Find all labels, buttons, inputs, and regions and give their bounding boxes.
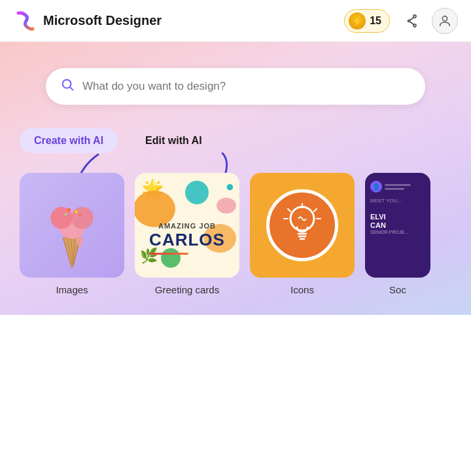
card-label-social: Soc <box>389 284 406 295</box>
icon-card-image <box>250 173 355 278</box>
svg-point-17 <box>67 208 71 212</box>
social-top-row: 👤 <box>370 181 425 192</box>
search-bar[interactable] <box>46 68 425 105</box>
svg-line-4 <box>410 22 414 25</box>
card-item-greeting[interactable]: 🌟 ● <box>135 173 239 295</box>
credits-count: 15 <box>370 15 381 27</box>
share-icon <box>403 13 419 29</box>
tab-edit-with-ai[interactable]: Edit with AI <box>131 128 217 153</box>
card-item-icons[interactable]: Icons <box>250 173 355 295</box>
card-thumb-greeting: 🌟 ● <box>135 173 239 278</box>
social-card-image: 👤 MEET YOU... ELVICAN SENIOR PROJE... <box>365 173 430 278</box>
greeting-card-image: 🌟 ● <box>135 173 239 278</box>
card-item-images[interactable]: Images <box>20 173 124 295</box>
bulb-svg <box>283 202 322 248</box>
logo-icon <box>13 9 37 33</box>
card-label-icons: Icons <box>290 284 314 295</box>
user-icon <box>438 14 452 28</box>
tabs-row: Create with AI Edit with AI <box>20 128 399 153</box>
lightning-icon: ⚡ <box>349 12 366 29</box>
annotation-layer: Create with AI Edit with AI <box>20 128 451 295</box>
greeting-name-text: CARLOS <box>149 230 225 250</box>
logo-container: Microsoft Designer <box>13 9 162 33</box>
svg-point-5 <box>442 16 447 20</box>
greeting-amazing-text: AMAZING JOB <box>149 222 225 230</box>
search-input[interactable] <box>82 80 411 93</box>
credits-badge[interactable]: ⚡ 15 <box>344 9 390 33</box>
social-avatar: 👤 <box>370 181 382 192</box>
header-actions: ⚡ 15 <box>344 8 458 34</box>
svg-line-3 <box>410 17 414 20</box>
header: Microsoft Designer ⚡ 15 <box>0 0 471 42</box>
bulb-circle <box>266 189 338 261</box>
svg-point-25 <box>185 181 209 204</box>
social-text-lines <box>385 184 425 190</box>
svg-line-33 <box>288 209 290 211</box>
card-thumb-images <box>20 173 124 278</box>
svg-line-7 <box>70 87 73 90</box>
svg-point-20 <box>78 213 81 216</box>
svg-point-19 <box>65 213 67 215</box>
app-title: Microsoft Designer <box>43 13 162 28</box>
hero-section: Create with AI Edit with AI <box>0 42 471 315</box>
ice-cream-svg <box>29 176 114 274</box>
search-icon <box>60 77 75 96</box>
cards-row: Images 🌟 ● <box>20 173 451 295</box>
card-thumb-icons <box>250 173 355 278</box>
social-line-1 <box>385 184 411 186</box>
user-avatar-button[interactable] <box>432 8 458 34</box>
social-name-text: ELVICAN <box>370 213 425 230</box>
card-label-greeting: Greeting cards <box>155 284 219 295</box>
card-item-social[interactable]: 👤 MEET YOU... ELVICAN SENIOR PROJE... So… <box>365 173 430 295</box>
svg-point-21 <box>77 234 84 247</box>
card-label-images: Images <box>56 284 88 295</box>
social-meet-text: MEET YOU... <box>370 198 425 204</box>
ice-cream-image <box>20 173 124 278</box>
svg-point-18 <box>75 210 78 213</box>
svg-line-34 <box>314 209 317 211</box>
svg-point-16 <box>71 207 94 229</box>
social-title-text: SENIOR PROJE... <box>370 230 425 234</box>
share-button[interactable] <box>399 9 423 33</box>
greeting-text-container: AMAZING JOB CARLOS <box>149 206 225 257</box>
greeting-line <box>149 253 188 255</box>
social-line-2 <box>385 188 404 190</box>
tab-create-with-ai[interactable]: Create with AI <box>20 128 118 153</box>
